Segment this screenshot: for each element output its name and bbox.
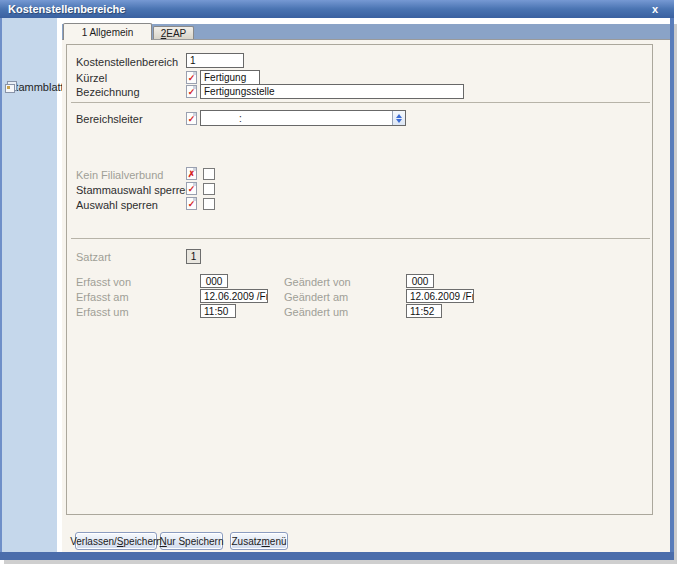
check-glyph: ✓ [188,200,196,209]
verlassen-speichern-button[interactable]: Verlassen/Speichern [75,532,157,550]
spinner-up-icon [396,114,402,118]
spinner-down-icon [396,119,402,123]
field-geaendert-von: 000 [406,274,434,288]
sidebar: Stammblatt [2,18,57,552]
label-geaendert-am: Geändert am [284,291,348,303]
sidebar-item-stammblatt[interactable]: Stammblatt [5,78,57,96]
label-kein-filialverbund: Kein Filialverbund [76,169,163,181]
label-auswahl-sperren: Auswahl sperren [76,199,158,211]
tab-eap[interactable]: 2 EAP [153,26,194,39]
window-title: Kostenstellenbereiche [0,3,125,15]
check-glyph: ✓ [188,115,196,124]
tab-allgemein[interactable]: 1 Allgemein [63,23,152,40]
checkbox-stammauswahl-sperren[interactable] [203,183,215,195]
red-x-doc-icon-kein-filialverbund[interactable]: ✗ [186,167,197,180]
button-label: peichern [124,536,162,547]
field-erfasst-von: 000 [200,274,228,288]
window-border-bottom [0,552,674,560]
tab-label: EAP [166,28,186,39]
window-shadow-bottom [4,560,676,564]
window-shadow-right [674,24,677,564]
tab-label: 1 Allgemein [82,27,134,38]
button-label: ur Speichern [167,536,224,547]
separator [71,102,650,103]
check-glyph: ✓ [188,88,196,97]
combo-value: : [201,113,392,124]
check-glyph: ✓ [188,74,196,83]
application-window: Kostenstellenbereiche x Stammblatt 1 All… [0,0,678,567]
red-check-doc-icon-kuerzel[interactable]: ✓ [186,71,197,84]
button-label: Verlassen/ [70,536,117,547]
input-kuerzel[interactable] [200,70,260,85]
combo-spinner-button[interactable] [392,111,405,125]
label-satzart: Satzart [76,251,111,263]
close-button[interactable]: x [648,2,662,16]
label-erfasst-von: Erfasst von [76,276,131,288]
field-erfasst-am: 12.06.2009 /Fr [200,289,268,303]
button-label: Zusatz [231,536,261,547]
checkbox-kein-filialverbund[interactable] [203,168,215,180]
field-geaendert-um: 11:52 [406,304,442,318]
form-panel: Kostenstellenbereich Kürzel ✓ Bezeichnun… [66,44,653,515]
red-check-doc-icon-bereichsleiter[interactable]: ✓ [186,112,197,125]
label-erfasst-um: Erfasst um [76,306,129,318]
button-label-accel: S [117,536,124,547]
label-bereichsleiter: Bereichsleiter [76,113,143,125]
label-erfasst-am: Erfasst am [76,291,129,303]
input-kostenstellenbereich[interactable] [186,53,244,68]
label-stammauswahl-sperren: Stammauswahl sperren [76,184,192,196]
label-kostenstellenbereich: Kostenstellenbereich [76,56,178,68]
window-titlebar: Kostenstellenbereiche [0,0,674,18]
red-check-doc-icon-auswahl[interactable]: ✓ [186,197,197,210]
button-label-accel: N [160,536,167,547]
button-label: enü [270,536,287,547]
label-bezeichnung: Bezeichnung [76,86,140,98]
button-label-accel: m [261,536,269,547]
separator [71,238,650,239]
field-geaendert-am: 12.06.2009 /Fr [406,289,474,303]
label-geaendert-um: Geändert um [284,306,348,318]
field-erfasst-um: 11:50 [200,304,236,318]
close-icon: x [652,3,658,15]
checkbox-auswahl-sperren[interactable] [203,198,215,210]
zusatzmenu-button[interactable]: Zusatzmenü [230,532,288,550]
red-check-doc-icon-stammauswahl[interactable]: ✓ [186,182,197,195]
input-bezeichnung[interactable] [200,84,464,99]
cross-glyph: ✗ [188,170,196,179]
label-geaendert-von: Geändert von [284,276,351,288]
red-check-doc-icon-bezeichnung[interactable]: ✓ [186,85,197,98]
label-kuerzel: Kürzel [76,72,107,84]
combo-bereichsleiter[interactable]: : [200,110,406,126]
nur-speichern-button[interactable]: Nur Speichern [160,532,223,550]
satzart-value: 1 [186,249,201,264]
check-glyph: ✓ [188,185,196,194]
